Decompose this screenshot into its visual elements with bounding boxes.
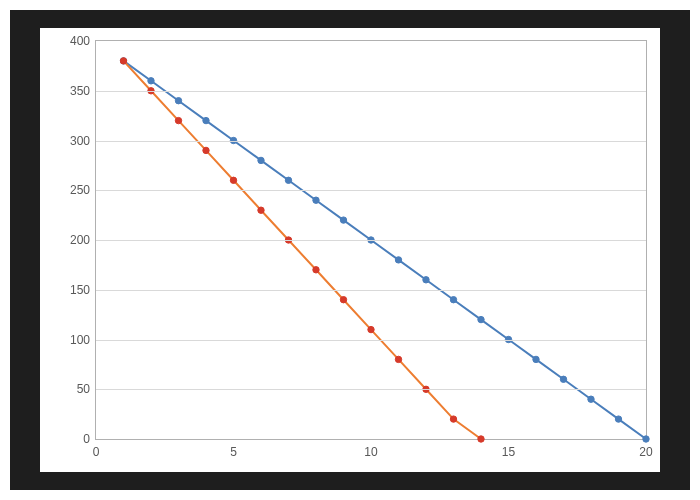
- data-point: [313, 197, 319, 203]
- x-axis-tick-label: 20: [639, 439, 652, 459]
- x-axis-tick-label: 15: [502, 439, 515, 459]
- gridline: [96, 240, 646, 241]
- gridline: [96, 290, 646, 291]
- data-point: [340, 297, 346, 303]
- data-point: [368, 326, 374, 332]
- data-point: [203, 147, 209, 153]
- data-point: [533, 356, 539, 362]
- data-point: [588, 396, 594, 402]
- data-point: [175, 98, 181, 104]
- series-series-1: [120, 58, 649, 443]
- data-point: [560, 376, 566, 382]
- data-point: [395, 257, 401, 263]
- data-point: [203, 117, 209, 123]
- gridline: [96, 91, 646, 92]
- data-point: [230, 177, 236, 183]
- data-point: [258, 207, 264, 213]
- chart-container: 05010015020025030035040005101520: [40, 28, 660, 472]
- data-point: [450, 297, 456, 303]
- data-point: [478, 436, 484, 442]
- y-axis-tick-label: 200: [70, 233, 96, 247]
- data-point: [175, 117, 181, 123]
- plot-area: 05010015020025030035040005101520: [95, 40, 647, 440]
- y-axis-tick-label: 100: [70, 333, 96, 347]
- y-axis-tick-label: 400: [70, 34, 96, 48]
- data-point: [450, 416, 456, 422]
- data-point: [258, 157, 264, 163]
- data-point: [395, 356, 401, 362]
- gridline: [96, 389, 646, 390]
- data-point: [148, 78, 154, 84]
- series-series-2: [120, 58, 484, 443]
- y-axis-tick-label: 150: [70, 283, 96, 297]
- data-point: [423, 277, 429, 283]
- gridline: [96, 340, 646, 341]
- data-point: [478, 316, 484, 322]
- gridline: [96, 190, 646, 191]
- chart-outer-frame: 05010015020025030035040005101520: [10, 10, 690, 490]
- y-axis-tick-label: 250: [70, 183, 96, 197]
- data-point: [340, 217, 346, 223]
- x-axis-tick-label: 0: [93, 439, 100, 459]
- data-point: [120, 58, 126, 64]
- x-axis-tick-label: 5: [230, 439, 237, 459]
- gridline: [96, 141, 646, 142]
- y-axis-tick-label: 300: [70, 134, 96, 148]
- data-point: [615, 416, 621, 422]
- y-axis-tick-label: 350: [70, 84, 96, 98]
- data-point: [285, 177, 291, 183]
- data-point: [313, 267, 319, 273]
- x-axis-tick-label: 10: [364, 439, 377, 459]
- y-axis-tick-label: 50: [77, 382, 96, 396]
